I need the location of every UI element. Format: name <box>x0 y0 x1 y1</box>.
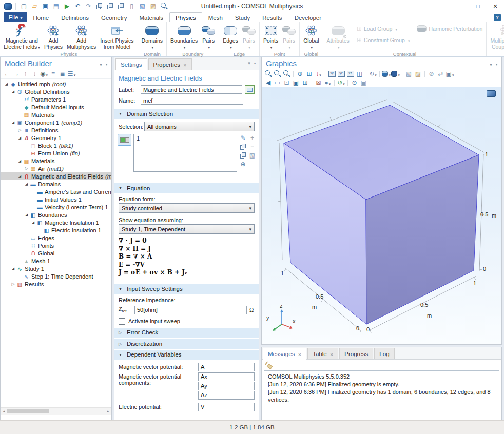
expand-arrow[interactable] <box>24 182 29 186</box>
show-axes-icon[interactable]: ▣ <box>292 78 300 87</box>
ribbon-tab[interactable]: Geometry <box>95 12 133 22</box>
collapse-all-icon[interactable]: ≡ <box>49 70 57 78</box>
expand-arrow[interactable] <box>30 221 36 225</box>
section-equation[interactable]: Equation <box>114 183 259 193</box>
name-input[interactable]: mef <box>141 96 243 105</box>
compare-view-icon[interactable]: ◫ <box>355 70 364 78</box>
tree-item[interactable]: Default Model Inputs <box>1 103 111 111</box>
tree-more-icon[interactable]: ☰ <box>67 70 76 78</box>
show-frame-icon[interactable]: ⊡ <box>282 78 291 87</box>
expand-arrow[interactable] <box>17 128 23 132</box>
remove-from-selection-icon[interactable]: − <box>248 143 257 151</box>
section-input-sweep[interactable]: Input Sweep Settings <box>114 284 259 294</box>
duplicate-icon[interactable] <box>117 2 125 10</box>
scrollbar-thumb[interactable] <box>7 409 49 413</box>
expand-arrow[interactable] <box>10 282 16 286</box>
panel-pin-icon[interactable] <box>496 59 497 68</box>
tree-item[interactable]: Parameters 1 <box>1 95 111 103</box>
expand-arrow[interactable] <box>10 90 16 94</box>
default-view-icon[interactable]: ↓ <box>314 70 323 78</box>
reference-impedance-input[interactable]: 50[ohm] <box>134 306 247 314</box>
viewport-thumbnail-icon[interactable] <box>487 90 496 97</box>
tree-item[interactable]: Untitled.mph (root) <box>1 80 111 88</box>
show-info-icon[interactable]: ⊞ <box>301 78 309 87</box>
panel-menu-icon[interactable] <box>490 59 492 68</box>
zoom-to-selection-icon[interactable]: ⊕ <box>239 160 247 168</box>
select-box-icon[interactable]: ▧ <box>138 2 147 10</box>
messages-tab[interactable]: Log <box>374 348 394 359</box>
go-to-view-icon[interactable]: ◀ <box>264 78 273 87</box>
zoom-select-icon[interactable] <box>160 2 168 10</box>
snapshot-icon[interactable]: ⊙ <box>350 78 359 87</box>
tree-item[interactable]: Boundaries <box>1 211 111 219</box>
tree-item[interactable]: Initial Values 1 <box>1 195 111 203</box>
global-button[interactable]: Global <box>302 23 320 51</box>
tree-item[interactable]: Global Definitions <box>1 88 111 95</box>
copy-selection-icon[interactable] <box>239 143 247 151</box>
expand-arrow[interactable] <box>17 136 23 140</box>
expand-arrow[interactable] <box>17 174 23 179</box>
scene-style-icon[interactable] <box>382 70 391 78</box>
add-physics-button[interactable]: Add Physics <box>43 23 64 50</box>
file-menu-button[interactable]: File <box>4 12 27 22</box>
material-render-icon[interactable]: ● <box>323 78 332 87</box>
tree-item[interactable]: Domains <box>1 180 111 188</box>
new-file-icon[interactable]: ▢ <box>20 2 28 10</box>
messages-tab[interactable]: Messages <box>263 348 306 360</box>
maximize-button[interactable]: □ <box>469 3 487 9</box>
tree-item[interactable]: Magnetic and Electric Fields (mef) <box>1 172 111 180</box>
panel-menu-icon[interactable] <box>248 57 250 67</box>
move-down-icon[interactable]: ↓ <box>30 70 39 78</box>
scroll-left-icon[interactable]: ◂ <box>1 409 7 413</box>
messages-tab[interactable]: Table <box>307 348 338 359</box>
tree-item[interactable]: Magnetic Insulation 1 <box>1 219 111 226</box>
close-icon[interactable] <box>183 62 187 68</box>
panel-pin-icon[interactable] <box>106 59 107 68</box>
section-discretization[interactable]: Discretization <box>114 339 259 349</box>
ribbon-tab[interactable]: Study <box>229 12 256 22</box>
hide-objects-icon[interactable]: ⊘ <box>427 70 436 78</box>
tree-item[interactable]: Block 1 (blk1) <box>1 142 111 149</box>
tab-properties[interactable]: Properties <box>148 58 192 70</box>
vector-component-z-input[interactable]: Az <box>198 391 255 400</box>
ribbon-tab[interactable]: Developer <box>288 12 327 22</box>
help-button[interactable]: ? <box>494 14 501 21</box>
points-button[interactable]: Points <box>262 23 280 51</box>
tree-item[interactable]: Study 1 <box>1 265 111 272</box>
tree-item[interactable]: Ampère's Law and Current Co <box>1 188 111 195</box>
add-to-selection-icon[interactable]: + <box>248 134 257 142</box>
tree-item[interactable]: Step 1: Time Dependent <box>1 272 111 280</box>
copy-icon[interactable] <box>95 2 104 10</box>
ribbon-tab[interactable]: Home <box>27 12 55 22</box>
domains-button[interactable]: Domains <box>140 23 164 51</box>
show-equation-dropdown[interactable]: Study 1, Time Dependent <box>119 224 255 234</box>
swap-view-icon[interactable]: ⇄ <box>436 70 445 78</box>
ribbon-tab[interactable]: Physics <box>169 12 202 22</box>
nav-back-icon[interactable]: ← <box>3 70 11 78</box>
vector-component-x-input[interactable]: Ax <box>198 372 255 381</box>
view-xy-icon[interactable]: xy <box>327 70 336 78</box>
lock-view-icon[interactable]: ▣ <box>359 78 368 87</box>
selection-dropdown[interactable]: All domains <box>144 122 255 131</box>
pairs-boundary-button[interactable]: Pairs <box>200 23 217 51</box>
checkbox-icon[interactable] <box>119 318 125 325</box>
close-button[interactable]: ✕ <box>487 3 504 10</box>
tree-item[interactable]: Definitions <box>1 126 111 134</box>
select-box-icon[interactable]: ▧ <box>404 70 413 78</box>
close-icon[interactable] <box>298 351 301 357</box>
view-xz-icon[interactable]: xz <box>346 70 355 78</box>
expand-arrow[interactable] <box>24 166 29 171</box>
label-input[interactable]: Magnetic and Electric Fields <box>141 85 242 94</box>
ribbon-tab[interactable]: Mesh <box>202 12 229 22</box>
zoom-box-icon[interactable] <box>282 70 291 78</box>
update-scene-icon[interactable]: ↺ <box>337 78 345 87</box>
vector-component-y-input[interactable]: Ay <box>198 382 255 390</box>
save-icon[interactable]: ▣ <box>41 2 50 10</box>
tree-item[interactable]: Geometry 1 <box>1 134 111 142</box>
ribbon-tab[interactable]: Results <box>256 12 288 22</box>
tab-settings[interactable]: Settings <box>115 58 147 70</box>
messages-tab[interactable]: Progress <box>339 348 373 359</box>
selection-list[interactable]: 1 <box>133 134 237 172</box>
tree-item[interactable]: Edges <box>1 234 111 242</box>
rotate-view-icon[interactable]: ↻ <box>369 70 377 78</box>
